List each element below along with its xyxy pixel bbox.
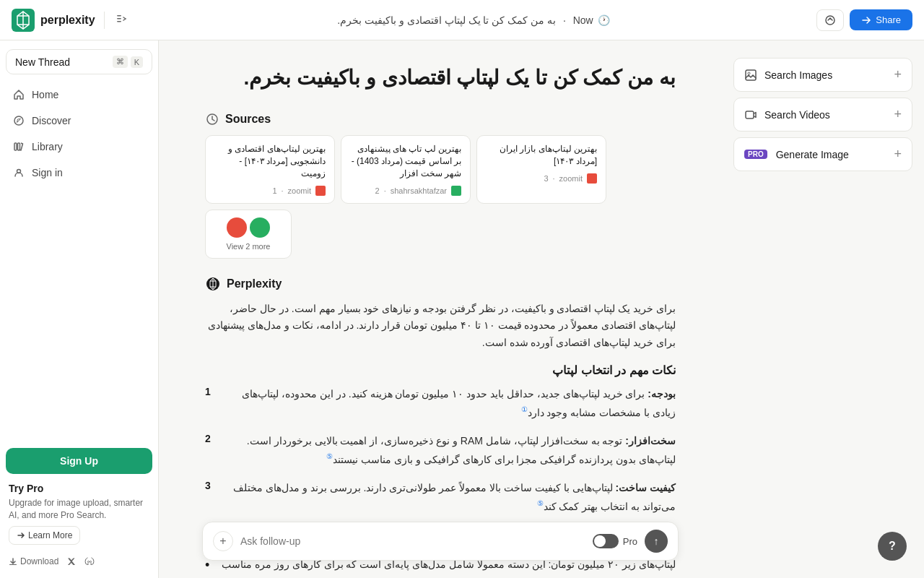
tip-item-3: کیفیت ساخت: لپتاپ‌هایی با کیفیت ساخت بال…: [205, 480, 676, 515]
discover-icon: [13, 115, 25, 126]
learn-more-button[interactable]: Learn More: [9, 526, 80, 545]
source-num-val-3: 3: [544, 174, 548, 183]
svg-rect-14: [746, 111, 754, 118]
tip-text-3: کیفیت ساخت: لپتاپ‌هایی با کیفیت ساخت بال…: [219, 480, 676, 515]
try-pro-desc: Upgrade for image upload, smarter AI, an…: [9, 497, 149, 522]
download-link[interactable]: Download: [9, 556, 58, 566]
download-label: Download: [20, 556, 58, 566]
sources-section: Sources بهترین لپتاپ‌های اقتصادی و دانشج…: [205, 112, 676, 258]
source-favicon-2: [451, 186, 461, 196]
submit-button[interactable]: ↑: [645, 530, 668, 553]
source-num-3: ·: [553, 174, 555, 183]
source-num-val-2: 2: [375, 186, 380, 195]
help-label: ?: [889, 540, 896, 553]
source-title-1: بهترین لپتاپ‌های اقتصادی و دانشجویی [مرد…: [214, 143, 326, 179]
search-images-icon: [744, 69, 757, 82]
tip-bold-1: بودجه:: [648, 388, 676, 400]
svg-rect-12: [746, 70, 756, 80]
signup-button[interactable]: Sign Up: [6, 448, 152, 474]
source-domain-2: shahrsakhtafzar: [391, 186, 447, 195]
sources-title: Sources: [225, 113, 271, 126]
source-meta-1: zoomit · 1: [214, 186, 326, 196]
answer-intro: برای خرید یک لپتاپ اقتصادی و باکیفیت، در…: [205, 301, 676, 352]
new-thread-label: New Thread: [15, 56, 70, 68]
logo[interactable]: perplexity: [12, 9, 95, 32]
sidebar-signin-label: Sign in: [32, 167, 63, 178]
input-add-button[interactable]: +: [213, 531, 233, 551]
source-domain-3: zoomit: [559, 174, 583, 183]
sidebar-item-home[interactable]: Home: [6, 83, 152, 106]
generate-image-label: Generate Image: [776, 149, 849, 160]
input-bar: + Pro ↑: [202, 522, 679, 561]
generate-image-button[interactable]: PRO Generate Image +: [733, 137, 912, 171]
search-images-plus: +: [894, 67, 902, 82]
pro-toggle[interactable]: Pro: [593, 534, 637, 548]
source-card-1[interactable]: بهترین لپتاپ‌های اقتصادی و دانشجویی [مرد…: [205, 135, 335, 203]
tip-num-1: 1: [205, 386, 211, 421]
main-content: به من کمک کن تا یک لپتاپ اقتصادی و باکیف…: [159, 40, 722, 578]
share-button[interactable]: Share: [850, 9, 912, 30]
source-card-3[interactable]: بهترین لپتاپ‌های بازار ایران [مرداد ۱۴۰۳…: [476, 135, 606, 203]
source-favicon-1: [315, 186, 326, 196]
sidebar-footer: Download: [6, 553, 152, 569]
toggle-switch[interactable]: [593, 534, 619, 548]
source-meta-3: zoomit · 3: [486, 173, 597, 184]
source-favicon-3: [587, 173, 597, 184]
tip-text-1: بودجه: برای خرید لپتاپ‌های جدید، حداقل ب…: [219, 386, 676, 421]
search-videos-left: Search Videos: [744, 108, 830, 121]
twitter-link[interactable]: [67, 557, 76, 566]
topbar-center: 🕐 Now · به من کمک کن تا یک لپتاپ اقتصادی…: [337, 14, 609, 26]
search-videos-plus: +: [894, 107, 902, 122]
perplexity-logo-icon: [12, 9, 35, 32]
sources-icon: [205, 112, 219, 126]
share-label: Share: [876, 14, 901, 25]
sidebar-item-signin[interactable]: Sign in: [6, 161, 152, 184]
img-circle-2: [250, 217, 270, 238]
svg-rect-2: [117, 18, 121, 20]
generate-image-left: PRO Generate Image: [744, 149, 849, 160]
source-num-val-1: 1: [272, 186, 276, 195]
help-button[interactable]: ?: [878, 532, 907, 561]
sidebar-library-label: Library: [32, 141, 63, 152]
source-card-2[interactable]: بهترین لپ تاپ های پیشنهادی بر اساس قیمت …: [341, 135, 471, 203]
input-bar-container: + Pro ↑: [159, 522, 722, 561]
search-videos-icon: [744, 108, 757, 121]
tip-item-1: بودجه: برای خرید لپتاپ‌های جدید، حداقل ب…: [205, 386, 676, 421]
search-images-button[interactable]: Search Images +: [733, 58, 912, 92]
svg-rect-3: [117, 21, 121, 22]
topbar-icon-button[interactable]: [816, 9, 844, 31]
collapse-button[interactable]: [113, 10, 131, 30]
sup-1[interactable]: ①: [521, 405, 528, 413]
perplexity-answer-icon: [205, 276, 221, 292]
sources-header: Sources: [205, 112, 676, 126]
perplexity-title: Perplexity: [227, 277, 282, 290]
topbar-left: perplexity: [12, 9, 131, 32]
search-images-left: Search Images: [744, 69, 832, 82]
learn-more-label: Learn More: [28, 530, 72, 540]
sidebar-item-library[interactable]: Library: [6, 135, 152, 158]
source-card-more[interactable]: View 2 more: [205, 210, 292, 259]
source-meta-2: shahrsakhtafzar · 2: [350, 186, 461, 196]
sidebar-item-discover[interactable]: Discover: [6, 109, 152, 132]
try-pro-box: Try Pro Upgrade for image upload, smarte…: [6, 477, 152, 551]
sup-3[interactable]: ⑤: [537, 499, 544, 507]
search-images-label: Search Images: [764, 69, 832, 81]
topbar-right: Share: [816, 9, 912, 31]
content-area: به من کمک کن تا یک لپتاپ اقتصادی و باکیف…: [188, 64, 693, 555]
tip-num-2: 2: [205, 433, 211, 468]
tip-item-2: سخت‌افزار: توجه به سخت‌افزار لپتاپ، شامل…: [205, 433, 676, 468]
topbar: perplexity 🕐 Now · به من کمک کن تا یک لپ…: [0, 0, 924, 40]
view-more-label: View 2 more: [227, 242, 271, 251]
search-videos-label: Search Videos: [764, 109, 830, 121]
sup-2[interactable]: ⑤: [326, 452, 333, 460]
search-videos-button[interactable]: Search Videos +: [733, 98, 912, 131]
discord-link[interactable]: [84, 557, 95, 566]
new-thread-button[interactable]: New Thread ⌘ K: [6, 49, 152, 74]
layout: New Thread ⌘ K Home Discover Library: [0, 40, 924, 578]
source-title-3: بهترین لپتاپ‌های بازار ایران [مرداد ۱۴۰۳…: [486, 143, 597, 168]
generate-image-plus: +: [894, 147, 902, 162]
question-title: به من کمک کن تا یک لپتاپ اقتصادی و باکیف…: [205, 64, 676, 92]
followup-input[interactable]: [240, 535, 585, 547]
signup-label: Sign Up: [60, 455, 98, 467]
svg-rect-9: [9, 564, 17, 565]
